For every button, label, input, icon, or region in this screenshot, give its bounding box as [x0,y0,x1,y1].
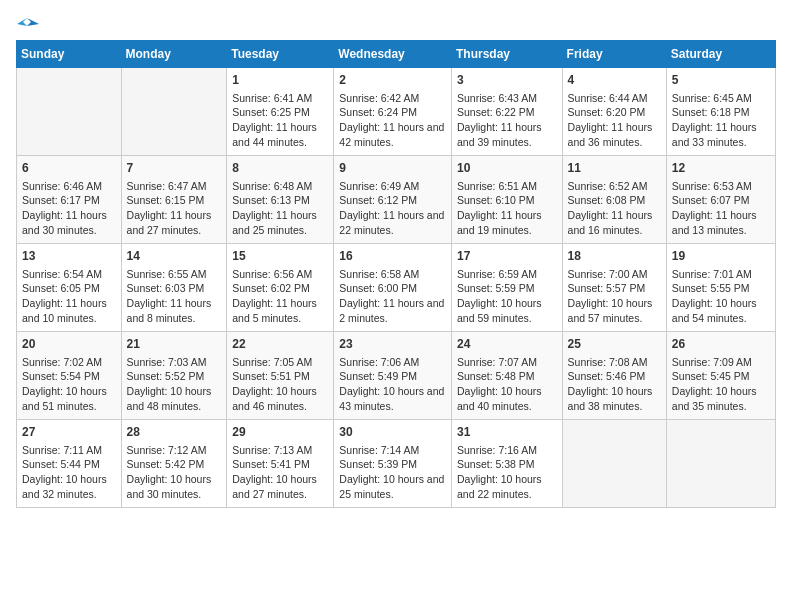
sunrise-text: Sunrise: 7:11 AM [22,444,102,456]
calendar-cell: 20Sunrise: 7:02 AMSunset: 5:54 PMDayligh… [17,332,122,420]
sunset-text: Sunset: 6:22 PM [457,106,535,118]
daylight-text: Daylight: 11 hours and 5 minutes. [232,297,317,324]
col-header-sunday: Sunday [17,41,122,68]
day-number: 21 [127,336,222,353]
sunrise-text: Sunrise: 6:51 AM [457,180,537,192]
calendar-cell: 5Sunrise: 6:45 AMSunset: 6:18 PMDaylight… [666,68,775,156]
daylight-text: Daylight: 11 hours and 33 minutes. [672,121,757,148]
daylight-text: Daylight: 11 hours and 42 minutes. [339,121,444,148]
sunset-text: Sunset: 6:05 PM [22,282,100,294]
calendar-cell [562,420,666,508]
calendar-cell: 19Sunrise: 7:01 AMSunset: 5:55 PMDayligh… [666,244,775,332]
sunset-text: Sunset: 6:02 PM [232,282,310,294]
sunset-text: Sunset: 6:18 PM [672,106,750,118]
day-number: 8 [232,160,328,177]
sunrise-text: Sunrise: 6:56 AM [232,268,312,280]
col-header-tuesday: Tuesday [227,41,334,68]
day-number: 31 [457,424,557,441]
calendar-cell: 21Sunrise: 7:03 AMSunset: 5:52 PMDayligh… [121,332,227,420]
daylight-text: Daylight: 11 hours and 10 minutes. [22,297,107,324]
sunrise-text: Sunrise: 6:47 AM [127,180,207,192]
sunset-text: Sunset: 6:25 PM [232,106,310,118]
logo-bird-icon [17,16,39,34]
calendar-cell [121,68,227,156]
daylight-text: Daylight: 10 hours and 46 minutes. [232,385,317,412]
sunrise-text: Sunrise: 6:48 AM [232,180,312,192]
sunset-text: Sunset: 5:55 PM [672,282,750,294]
day-number: 1 [232,72,328,89]
sunset-text: Sunset: 5:59 PM [457,282,535,294]
sunset-text: Sunset: 5:45 PM [672,370,750,382]
sunrise-text: Sunrise: 6:49 AM [339,180,419,192]
sunrise-text: Sunrise: 7:01 AM [672,268,752,280]
calendar-cell: 4Sunrise: 6:44 AMSunset: 6:20 PMDaylight… [562,68,666,156]
daylight-text: Daylight: 10 hours and 51 minutes. [22,385,107,412]
sunrise-text: Sunrise: 6:42 AM [339,92,419,104]
day-number: 28 [127,424,222,441]
sunrise-text: Sunrise: 7:02 AM [22,356,102,368]
sunrise-text: Sunrise: 6:54 AM [22,268,102,280]
sunset-text: Sunset: 5:42 PM [127,458,205,470]
day-number: 30 [339,424,446,441]
sunset-text: Sunset: 5:39 PM [339,458,417,470]
sunset-text: Sunset: 5:52 PM [127,370,205,382]
sunrise-text: Sunrise: 6:43 AM [457,92,537,104]
daylight-text: Daylight: 10 hours and 59 minutes. [457,297,542,324]
sunset-text: Sunset: 5:44 PM [22,458,100,470]
sunrise-text: Sunrise: 6:53 AM [672,180,752,192]
col-header-thursday: Thursday [451,41,562,68]
sunset-text: Sunset: 5:57 PM [568,282,646,294]
daylight-text: Daylight: 11 hours and 8 minutes. [127,297,212,324]
daylight-text: Daylight: 10 hours and 38 minutes. [568,385,653,412]
sunrise-text: Sunrise: 7:06 AM [339,356,419,368]
sunrise-text: Sunrise: 7:12 AM [127,444,207,456]
daylight-text: Daylight: 11 hours and 2 minutes. [339,297,444,324]
daylight-text: Daylight: 11 hours and 36 minutes. [568,121,653,148]
sunrise-text: Sunrise: 7:05 AM [232,356,312,368]
day-number: 2 [339,72,446,89]
day-number: 22 [232,336,328,353]
sunrise-text: Sunrise: 7:00 AM [568,268,648,280]
calendar-cell: 1Sunrise: 6:41 AMSunset: 6:25 PMDaylight… [227,68,334,156]
day-number: 17 [457,248,557,265]
day-number: 27 [22,424,116,441]
day-number: 18 [568,248,661,265]
calendar-cell: 12Sunrise: 6:53 AMSunset: 6:07 PMDayligh… [666,156,775,244]
daylight-text: Daylight: 11 hours and 39 minutes. [457,121,542,148]
sunset-text: Sunset: 6:07 PM [672,194,750,206]
day-number: 19 [672,248,770,265]
sunset-text: Sunset: 6:20 PM [568,106,646,118]
day-number: 29 [232,424,328,441]
calendar-cell: 3Sunrise: 6:43 AMSunset: 6:22 PMDaylight… [451,68,562,156]
sunrise-text: Sunrise: 6:59 AM [457,268,537,280]
sunrise-text: Sunrise: 6:44 AM [568,92,648,104]
day-number: 26 [672,336,770,353]
calendar-cell: 25Sunrise: 7:08 AMSunset: 5:46 PMDayligh… [562,332,666,420]
calendar-cell: 16Sunrise: 6:58 AMSunset: 6:00 PMDayligh… [334,244,452,332]
sunset-text: Sunset: 5:46 PM [568,370,646,382]
daylight-text: Daylight: 11 hours and 22 minutes. [339,209,444,236]
daylight-text: Daylight: 10 hours and 25 minutes. [339,473,444,500]
calendar-cell: 14Sunrise: 6:55 AMSunset: 6:03 PMDayligh… [121,244,227,332]
calendar-week-2: 6Sunrise: 6:46 AMSunset: 6:17 PMDaylight… [17,156,776,244]
col-header-saturday: Saturday [666,41,775,68]
day-number: 3 [457,72,557,89]
col-header-wednesday: Wednesday [334,41,452,68]
sunset-text: Sunset: 5:49 PM [339,370,417,382]
day-number: 10 [457,160,557,177]
day-number: 13 [22,248,116,265]
calendar-cell: 29Sunrise: 7:13 AMSunset: 5:41 PMDayligh… [227,420,334,508]
calendar-cell: 8Sunrise: 6:48 AMSunset: 6:13 PMDaylight… [227,156,334,244]
daylight-text: Daylight: 10 hours and 43 minutes. [339,385,444,412]
sunrise-text: Sunrise: 6:41 AM [232,92,312,104]
calendar-cell: 7Sunrise: 6:47 AMSunset: 6:15 PMDaylight… [121,156,227,244]
sunrise-text: Sunrise: 7:08 AM [568,356,648,368]
calendar-cell: 15Sunrise: 6:56 AMSunset: 6:02 PMDayligh… [227,244,334,332]
calendar-cell: 9Sunrise: 6:49 AMSunset: 6:12 PMDaylight… [334,156,452,244]
daylight-text: Daylight: 11 hours and 13 minutes. [672,209,757,236]
calendar-cell [666,420,775,508]
day-number: 7 [127,160,222,177]
sunrise-text: Sunrise: 6:52 AM [568,180,648,192]
sunrise-text: Sunrise: 7:03 AM [127,356,207,368]
calendar-week-1: 1Sunrise: 6:41 AMSunset: 6:25 PMDaylight… [17,68,776,156]
